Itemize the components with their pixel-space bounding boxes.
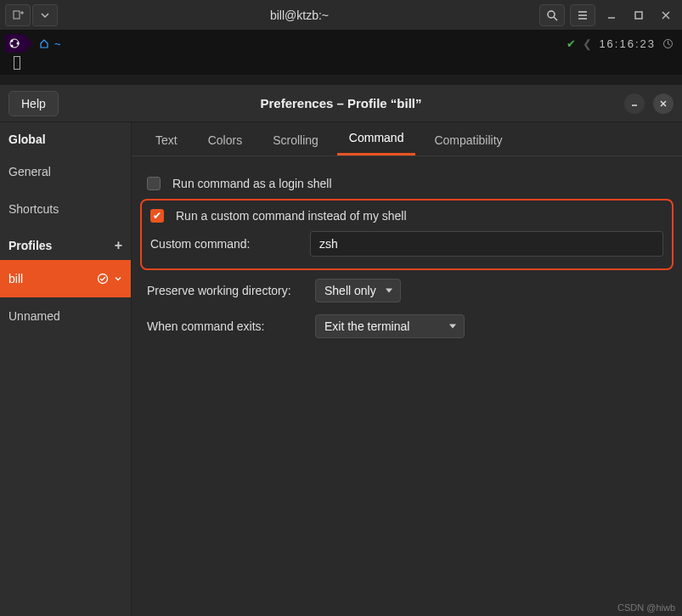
custom-command-checkbox[interactable]: ✔ (150, 209, 164, 223)
add-profile-icon[interactable]: + (115, 238, 122, 253)
clock-time: 16:16:23 (599, 37, 656, 50)
exit-action-value: Exit the terminal (324, 319, 409, 333)
tab-colors[interactable]: Colors (196, 125, 254, 155)
sidebar-profiles-header: Profiles + (0, 228, 131, 260)
sidebar-profile-unnamed[interactable]: Unnamed (0, 297, 131, 335)
terminal-cursor-row[interactable] (0, 56, 682, 75)
svg-line-4 (554, 17, 557, 20)
svg-point-22 (99, 274, 108, 284)
preferences-title: Preferences – Profile “bill” (0, 96, 682, 110)
shell-prompt: ~ ✔ ❮ 16:16:23 (0, 31, 682, 56)
sidebar-global-header: Global (0, 122, 131, 153)
exit-action-dropdown[interactable]: Exit the terminal (315, 314, 465, 338)
segment-separator-icon (24, 34, 32, 53)
tab-text[interactable]: Text (144, 125, 189, 155)
preferences-header: Help Preferences – Profile “bill” (0, 85, 682, 122)
ubuntu-icon (5, 34, 24, 53)
custom-command-field-label: Custom command: (150, 237, 310, 251)
clock-icon (662, 38, 674, 49)
preserve-dir-dropdown[interactable]: Shell only (315, 279, 401, 302)
svg-point-13 (17, 42, 20, 45)
maximize-button[interactable] (628, 4, 650, 26)
chevron-down-icon[interactable] (114, 274, 122, 283)
watermark: CSDN @hiwb (617, 602, 675, 613)
sidebar-item-general[interactable]: General (0, 153, 131, 190)
window-title: bill@ktzb:~ (59, 8, 539, 22)
custom-command-label: Run a custom command instead of my shell (176, 209, 407, 223)
tab-compatibility[interactable]: Compatibility (422, 125, 514, 155)
svg-line-18 (668, 43, 671, 45)
prefs-close-button[interactable] (653, 93, 674, 114)
tab-scrolling[interactable]: Scrolling (261, 125, 330, 155)
profile-name-label: bill (8, 272, 23, 285)
prefs-minimize-button[interactable] (624, 93, 645, 114)
hamburger-menu-button[interactable] (570, 4, 595, 26)
minimize-button[interactable] (600, 4, 623, 26)
svg-point-15 (11, 45, 14, 48)
sidebar-profile-bill[interactable]: bill (0, 260, 131, 297)
login-shell-row: Run command as a login shell (147, 177, 667, 190)
prompt-path: ~ (54, 37, 61, 50)
login-shell-label: Run command as a login shell (172, 177, 332, 190)
new-tab-button[interactable] (5, 4, 31, 26)
tabs: Text Colors Scrolling Command Compatibil… (132, 122, 682, 156)
preserve-dir-label: Preserve working directory: (147, 284, 315, 297)
tab-menu-button[interactable] (32, 4, 58, 26)
separator-icon: ❮ (583, 37, 592, 50)
close-button[interactable] (655, 4, 677, 26)
profiles-header-label: Profiles (8, 239, 52, 252)
status-ok-icon: ✔ (566, 37, 576, 50)
terminal-titlebar: bill@ktzb:~ (0, 0, 682, 31)
exit-action-label: When command exits: (147, 319, 315, 333)
text-cursor (14, 56, 20, 70)
custom-command-input[interactable]: zsh (310, 231, 663, 257)
tab-command[interactable]: Command (337, 122, 416, 155)
svg-point-14 (11, 40, 14, 42)
help-button[interactable]: Help (8, 91, 59, 116)
preferences-content: Text Colors Scrolling Command Compatibil… (132, 122, 682, 616)
command-panel: Run command as a login shell ✔ Run a cus… (132, 156, 682, 350)
svg-point-3 (548, 11, 555, 18)
svg-rect-9 (635, 12, 642, 19)
default-profile-icon (97, 273, 109, 285)
login-shell-checkbox[interactable] (147, 177, 161, 190)
sidebar-item-shortcuts[interactable]: Shortcuts (0, 190, 131, 228)
search-button[interactable] (539, 4, 565, 26)
preferences-window: Help Preferences – Profile “bill” Global… (0, 85, 682, 616)
highlight-box: ✔ Run a custom command instead of my she… (140, 199, 674, 270)
preferences-sidebar: Global General Shortcuts Profiles + bill… (0, 122, 132, 616)
preserve-dir-value: Shell only (324, 284, 376, 297)
svg-rect-0 (14, 11, 20, 19)
home-icon (39, 38, 49, 48)
